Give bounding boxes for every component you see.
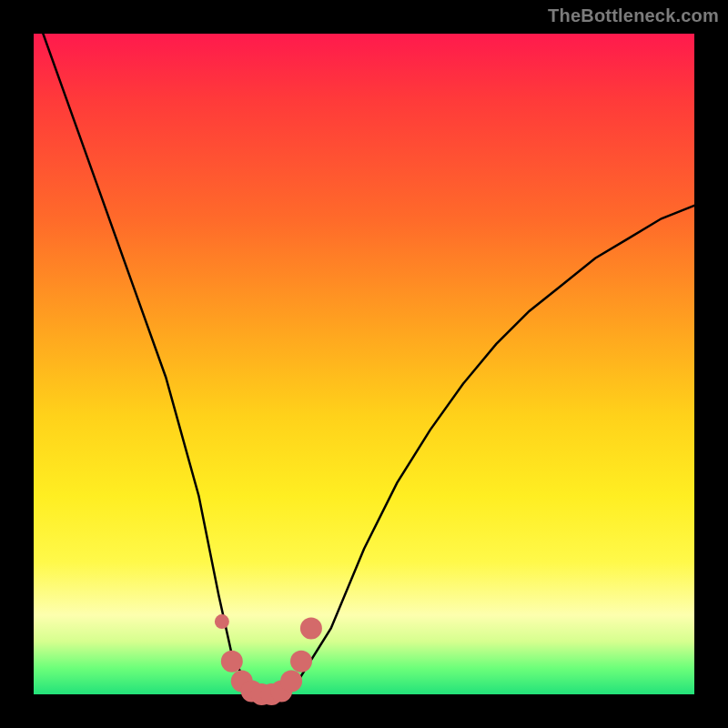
bottleneck-curve [34, 7, 694, 694]
marker-dot [215, 614, 229, 629]
watermark-text: TheBottleneck.com [548, 5, 719, 26]
plot-area [34, 34, 694, 694]
bottom-markers [215, 614, 322, 705]
marker-dot [290, 651, 312, 672]
marker-dot [300, 617, 322, 639]
chart-frame: TheBottleneck.com [0, 0, 728, 728]
curve-layer [34, 34, 694, 694]
marker-dot [280, 671, 302, 693]
marker-dot [221, 651, 243, 672]
